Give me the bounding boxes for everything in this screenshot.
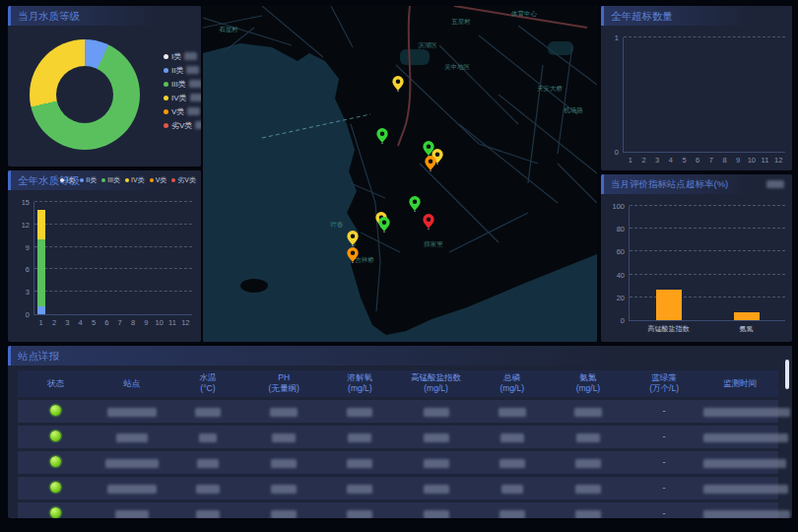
legend-dot [164, 68, 168, 73]
status-dot [50, 405, 61, 416]
redacted-cell [474, 400, 550, 423]
station-pin[interactable] [424, 156, 437, 171]
x-tick: 1 [629, 156, 632, 165]
redacted-cell [322, 502, 398, 518]
station-pin[interactable] [375, 128, 389, 144]
map-place-label: 机场路 [564, 106, 583, 115]
x-tick: 3 [655, 156, 659, 165]
status-dot [50, 507, 61, 518]
x-tick: 11 [762, 156, 769, 165]
redacted-cell [246, 400, 322, 423]
legend-item[interactable]: I类 [60, 175, 75, 185]
legend-value-redacted [189, 80, 201, 88]
legend-item[interactable]: V类 [150, 175, 167, 185]
redacted-cell [322, 400, 398, 423]
x-tick: 8 [722, 156, 726, 165]
station-map[interactable]: 石屋村五星村滨湖区吴中地区体育中心天安大桥机场路叶春吉祥桥薛家里 [203, 6, 597, 342]
status-cell [18, 451, 94, 474]
x-tick: 7 [118, 318, 122, 327]
legend-item[interactable]: V类 [164, 104, 201, 118]
station-pin[interactable] [391, 76, 405, 92]
redacted-cell [94, 477, 169, 499]
legend-item[interactable]: 劣V类 [171, 175, 196, 185]
table-row[interactable]: - [18, 477, 778, 499]
x-tick: 2 [641, 156, 645, 165]
redacted-cell [474, 477, 550, 499]
time-cell [702, 451, 778, 474]
table-row[interactable]: - [18, 426, 778, 448]
legend-dot [164, 82, 168, 87]
table-row[interactable]: - [18, 451, 778, 474]
redacted-cell [474, 502, 550, 518]
redacted-cell [398, 502, 474, 518]
rate-bar [734, 312, 760, 320]
legend-item[interactable]: III类 [101, 175, 120, 185]
rate-bar-chart: 020406080100高锰酸盐指数氨氮 [629, 206, 785, 321]
redacted-cell [474, 426, 550, 448]
algae-cell: - [627, 426, 702, 448]
x-tick: 3 [65, 318, 69, 327]
legend-item[interactable]: II类 [80, 175, 97, 185]
map-place-label: 滨湖区 [418, 41, 437, 50]
legend-item[interactable]: 劣V类 [164, 118, 201, 132]
panel-header: 当月水质等级 [8, 6, 201, 26]
legend-item[interactable]: I类 [164, 49, 201, 63]
annual-stacked-bar-chart: 03691215123456789101112 [33, 202, 192, 315]
rate-bar [656, 290, 682, 320]
legend-value-redacted [195, 121, 201, 129]
table-row[interactable]: - [18, 502, 778, 518]
redacted-cell [398, 400, 474, 423]
redacted-cell [550, 451, 626, 474]
column-header: 蓝绿藻(万个/L) [627, 370, 702, 397]
legend-label: 劣V类 [171, 120, 192, 131]
table-scrollbar[interactable] [785, 360, 789, 389]
corner-badge-redacted[interactable] [766, 180, 784, 188]
map-place-label: 体育中心 [511, 10, 537, 19]
annual-legend: I类II类III类IV类V类劣V类 [60, 170, 196, 190]
time-cell [702, 477, 778, 499]
column-header: 监测时间 [702, 370, 778, 397]
legend-item[interactable]: IV类 [164, 91, 201, 104]
redacted-cell [398, 426, 474, 448]
x-tick: 7 [709, 156, 713, 165]
map-place-label: 五星村 [451, 18, 471, 27]
station-pin[interactable] [377, 217, 391, 233]
legend-item[interactable]: III类 [164, 77, 201, 91]
gridline: 100 [630, 205, 785, 206]
station-pin[interactable] [346, 247, 360, 263]
y-tick: 3 [26, 288, 30, 297]
legend-item[interactable]: II类 [164, 63, 201, 77]
station-pin[interactable] [346, 231, 360, 246]
redacted-cell [169, 400, 245, 423]
y-tick: 100 [612, 202, 625, 211]
y-tick: 0 [26, 310, 30, 319]
column-header: 氨氮(mg/L) [550, 370, 626, 397]
status-cell [18, 400, 94, 423]
station-pin[interactable] [422, 214, 435, 230]
panel-title: 当月水质等级 [11, 6, 201, 26]
status-cell [18, 477, 94, 499]
legend-item[interactable]: IV类 [125, 175, 145, 185]
panel-month-quality: 当月水质等级 I类II类III类IV类V类劣V类 [8, 6, 201, 166]
legend-dot [164, 123, 168, 128]
station-pin[interactable] [408, 196, 422, 212]
panel-title: 当月评价指标站点超标率(%) [604, 174, 792, 194]
legend-label: III类 [171, 79, 186, 90]
gridline: 60 [630, 250, 785, 251]
x-tick: 5 [682, 156, 686, 165]
redacted-cell [246, 502, 322, 518]
map-place-label: 叶春 [331, 221, 344, 230]
y-tick: 60 [617, 247, 625, 256]
gridline: 80 [630, 228, 785, 229]
table-row[interactable]: - [18, 400, 778, 423]
status-cell [18, 502, 94, 518]
panel-title: 站点详报 [11, 346, 792, 366]
y-tick: 20 [617, 294, 625, 302]
x-tick: 10 [155, 318, 163, 327]
algae-cell: - [627, 451, 702, 474]
y-tick: 9 [26, 243, 30, 252]
legend-dot [164, 54, 168, 59]
redacted-cell [169, 426, 245, 448]
donut-legend: I类II类III类IV类V类劣V类 [164, 49, 201, 132]
exceed-line-chart: 01123456789101112 [623, 37, 785, 153]
